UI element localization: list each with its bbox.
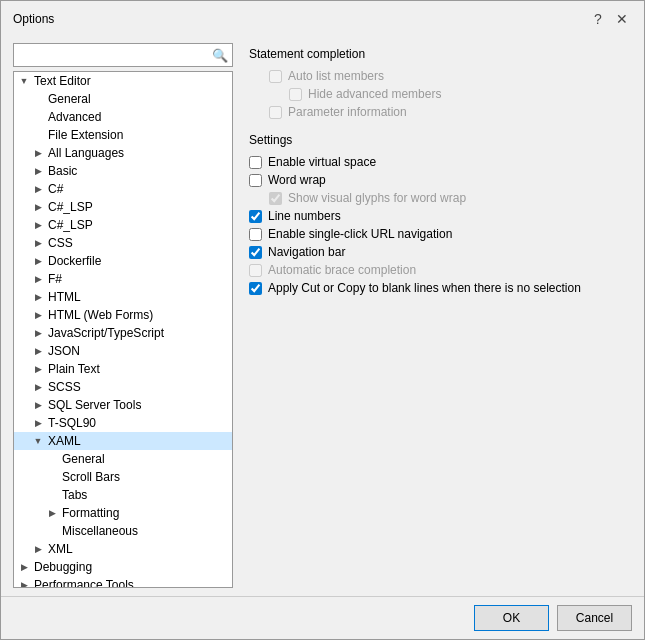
enable-virtual-space-label: Enable virtual space (268, 155, 376, 169)
tree-item-plain-text[interactable]: ▶Plain Text (14, 360, 232, 378)
tree-item-t-sql90[interactable]: ▶T-SQL90 (14, 414, 232, 432)
line-numbers-row: Line numbers (249, 207, 624, 225)
apply-cut-copy-checkbox[interactable] (249, 282, 262, 295)
parameter-information-label: Parameter information (288, 105, 407, 119)
word-wrap-row: Word wrap (249, 171, 624, 189)
tree-item-xaml[interactable]: ▼XAML (14, 432, 232, 450)
tree-label-basic: Basic (48, 164, 77, 178)
tree-container[interactable]: ▼Text EditorGeneralAdvancedFile Extensio… (13, 71, 233, 588)
tree-label-xaml-misc: Miscellaneous (62, 524, 138, 538)
close-button[interactable]: ✕ (612, 9, 632, 29)
tree-item-text-editor[interactable]: ▼Text Editor (14, 72, 232, 90)
tree-expand-icon-dockerfile: ▶ (32, 256, 44, 266)
tree-item-file-extension[interactable]: File Extension (14, 126, 232, 144)
cancel-button[interactable]: Cancel (557, 605, 632, 631)
tree-expand-icon-c-sharp: ▶ (32, 184, 44, 194)
tree-expand-icon-sql-server-tools: ▶ (32, 400, 44, 410)
tree-item-css[interactable]: ▶CSS (14, 234, 232, 252)
tree-item-perf-tools[interactable]: ▶Performance Tools (14, 576, 232, 588)
tree-item-all-languages[interactable]: ▶All Languages (14, 144, 232, 162)
tree-item-debugging[interactable]: ▶Debugging (14, 558, 232, 576)
tree-expand-icon-text-editor: ▼ (18, 76, 30, 86)
tree-item-xaml-scrollbars[interactable]: Scroll Bars (14, 468, 232, 486)
tree-item-xaml-formatting[interactable]: ▶Formatting (14, 504, 232, 522)
tree-expand-icon-t-sql90: ▶ (32, 418, 44, 428)
tree-item-c-lsp[interactable]: ▶C#_LSP (14, 198, 232, 216)
tree-item-xaml-misc[interactable]: Miscellaneous (14, 522, 232, 540)
tree-expand-icon-plain-text: ▶ (32, 364, 44, 374)
tree-item-general[interactable]: General (14, 90, 232, 108)
parameter-information-checkbox[interactable] (269, 106, 282, 119)
tree-item-sql-server-tools[interactable]: ▶SQL Server Tools (14, 396, 232, 414)
hide-advanced-members-checkbox[interactable] (289, 88, 302, 101)
hide-advanced-members-label: Hide advanced members (308, 87, 441, 101)
automatic-brace-checkbox[interactable] (249, 264, 262, 277)
tree-item-c-sharp[interactable]: ▶C# (14, 180, 232, 198)
tree-item-js-ts[interactable]: ▶JavaScript/TypeScript (14, 324, 232, 342)
help-button[interactable]: ? (588, 9, 608, 29)
ok-button[interactable]: OK (474, 605, 549, 631)
tree-label-t-sql90: T-SQL90 (48, 416, 96, 430)
tree-label-text-editor: Text Editor (34, 74, 91, 88)
tree-item-basic[interactable]: ▶Basic (14, 162, 232, 180)
tree-expand-icon-perf-tools: ▶ (18, 580, 30, 588)
automatic-brace-label: Automatic brace completion (268, 263, 416, 277)
tree-label-dockerfile: Dockerfile (48, 254, 101, 268)
hide-advanced-members-row: Hide advanced members (249, 85, 624, 103)
tree-item-html[interactable]: ▶HTML (14, 288, 232, 306)
word-wrap-label: Word wrap (268, 173, 326, 187)
tree-item-xml[interactable]: ▶XML (14, 540, 232, 558)
enable-single-click-checkbox[interactable] (249, 228, 262, 241)
tree-expand-icon-debugging: ▶ (18, 562, 30, 572)
dialog-body: 🔍 ▼Text EditorGeneralAdvancedFile Extens… (1, 35, 644, 596)
tree-label-html-webforms: HTML (Web Forms) (48, 308, 153, 322)
tree-label-debugging: Debugging (34, 560, 92, 574)
tree-label-perf-tools: Performance Tools (34, 578, 134, 588)
tree-item-advanced[interactable]: Advanced (14, 108, 232, 126)
tree-expand-icon-xml: ▶ (32, 544, 44, 554)
tree-item-json[interactable]: ▶JSON (14, 342, 232, 360)
tree-expand-icon-basic: ▶ (32, 166, 44, 176)
tree-item-scss[interactable]: ▶SCSS (14, 378, 232, 396)
word-wrap-checkbox[interactable] (249, 174, 262, 187)
tree-label-xaml-formatting: Formatting (62, 506, 119, 520)
show-visual-glyphs-checkbox[interactable] (269, 192, 282, 205)
tree-label-js-ts: JavaScript/TypeScript (48, 326, 164, 340)
tree-expand-icon-css: ▶ (32, 238, 44, 248)
tree-label-xaml: XAML (48, 434, 81, 448)
tree-label-scss: SCSS (48, 380, 81, 394)
tree-expand-icon-f-sharp: ▶ (32, 274, 44, 284)
tree-label-sql-server-tools: SQL Server Tools (48, 398, 141, 412)
tree-item-xaml-general[interactable]: General (14, 450, 232, 468)
tree-item-c-lsp2[interactable]: ▶C#_LSP (14, 216, 232, 234)
tree-label-xaml-general: General (62, 452, 105, 466)
tree-expand-icon-js-ts: ▶ (32, 328, 44, 338)
line-numbers-checkbox[interactable] (249, 210, 262, 223)
tree-label-xaml-tabs: Tabs (62, 488, 87, 502)
tree-label-c-sharp: C# (48, 182, 63, 196)
search-input[interactable] (18, 48, 212, 62)
tree-item-dockerfile[interactable]: ▶Dockerfile (14, 252, 232, 270)
tree-label-file-extension: File Extension (48, 128, 123, 142)
tree-expand-icon-c-lsp2: ▶ (32, 220, 44, 230)
tree-label-c-lsp: C#_LSP (48, 200, 93, 214)
tree-expand-icon-c-lsp: ▶ (32, 202, 44, 212)
tree-expand-icon-html: ▶ (32, 292, 44, 302)
tree-item-xaml-tabs[interactable]: Tabs (14, 486, 232, 504)
dialog-footer: OK Cancel (1, 596, 644, 639)
title-bar: Options ? ✕ (1, 1, 644, 35)
tree-label-all-languages: All Languages (48, 146, 124, 160)
tree-item-html-webforms[interactable]: ▶HTML (Web Forms) (14, 306, 232, 324)
tree-item-f-sharp[interactable]: ▶F# (14, 270, 232, 288)
tree-label-xaml-scrollbars: Scroll Bars (62, 470, 120, 484)
search-icon: 🔍 (212, 48, 228, 63)
tree-label-json: JSON (48, 344, 80, 358)
tree-label-html: HTML (48, 290, 81, 304)
tree-expand-icon-xaml-formatting: ▶ (46, 508, 58, 518)
automatic-brace-row: Automatic brace completion (249, 261, 624, 279)
statement-completion-title: Statement completion (249, 47, 624, 61)
navigation-bar-checkbox[interactable] (249, 246, 262, 259)
auto-list-members-checkbox[interactable] (269, 70, 282, 83)
tree-label-plain-text: Plain Text (48, 362, 100, 376)
enable-virtual-space-checkbox[interactable] (249, 156, 262, 169)
